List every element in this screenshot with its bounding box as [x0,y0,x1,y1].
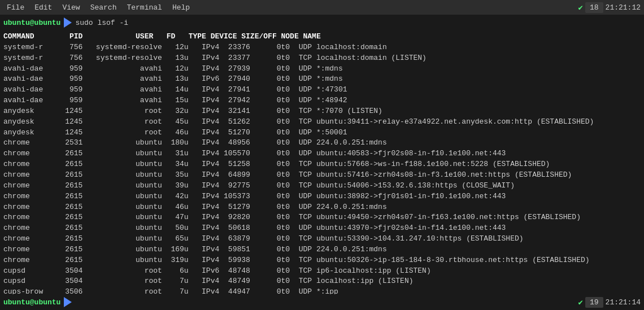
table-row: chrome 2531 ubuntu 180u IPv4 48956 0t0 U… [3,138,641,149]
table-row: cupsd 3504 root 7u IPv4 48749 0t0 TCP lo… [3,276,641,287]
table-row: anydesk 1245 root 45u IPv4 51262 0t0 TCP… [3,117,641,128]
prompt-bar: ubuntu@ubuntu sudo lsof -i [0,15,644,30]
menu-view[interactable]: View [58,2,84,13]
table-row: chrome 2615 ubuntu 39u IPv4 92775 0t0 TC… [3,181,641,191]
terminal-content: COMMAND PID USER FD TYPE DEVICE SIZE/OFF… [0,30,644,309]
table-row: avahi-dae 959 avahi 15u IPv4 27942 0t0 U… [3,95,641,106]
table-row: systemd-r 756 systemd-resolve 12u IPv4 2… [3,42,641,53]
menu-help[interactable]: Help [168,2,194,13]
table-row: chrome 2615 ubuntu 35u IPv4 64899 0t0 TC… [3,170,641,181]
table-row: chrome 2615 ubuntu 169u IPv4 59851 0t0 U… [3,244,641,255]
bottom-bar: ubuntu@ubuntu ✔ 19 21:21:14 [0,294,644,310]
menu-terminal[interactable]: Terminal [122,2,166,13]
table-row: avahi-dae 959 avahi 13u IPv6 27940 0t0 U… [3,74,641,85]
bottom-checkmark-icon: ✔ [578,298,583,307]
arrow-icon [64,18,72,28]
menu-edit[interactable]: Edit [30,2,56,13]
menu-search[interactable]: Search [86,2,121,13]
table-row: chrome 2615 ubuntu 47u IPv4 92820 0t0 TC… [3,212,641,223]
table-row: chrome 2615 ubuntu 319u IPv4 59938 0t0 T… [3,255,641,266]
table-row: chrome 2615 ubuntu 42u IPv4 105373 0t0 U… [3,191,641,202]
table-row: avahi-dae 959 avahi 14u IPv4 27941 0t0 U… [3,85,641,95]
table-row: anydesk 1245 root 46u IPv4 51270 0t0 UDP… [3,128,641,138]
top-tab-time: 21:21:12 [606,3,641,12]
menu-file[interactable]: File [2,2,29,13]
table-row: cupsd 3504 root 6u IPv6 48748 0t0 TCP ip… [3,266,641,277]
bottom-arrow-icon [64,297,72,307]
table-row: chrome 2615 ubuntu 50u IPv4 50618 0t0 UD… [3,223,641,234]
prompt-command: sudo lsof -i [75,19,128,27]
menu-bar: File Edit View Search Terminal Help ✔ 18… [0,0,644,15]
table-row: anydesk 1245 root 32u IPv4 32141 0t0 TCP… [3,106,641,117]
bottom-tab-number[interactable]: 19 [585,297,603,308]
bottom-right-bar: ✔ 19 21:21:14 [578,297,641,308]
top-tab-number[interactable]: 18 [585,2,603,13]
user-host-label: ubuntu@ubuntu [3,19,60,27]
top-right-bar: ✔ 18 21:21:12 [578,0,644,15]
bottom-user-host: ubuntu@ubuntu [3,298,60,307]
table-row: avahi-dae 959 avahi 12u IPv4 27939 0t0 U… [3,64,641,75]
table-row: chrome 2615 ubuntu 65u IPv4 63879 0t0 TC… [3,234,641,244]
bottom-tab-time: 21:21:14 [606,298,641,307]
top-checkmark-icon: ✔ [578,3,583,12]
table-row: chrome 2615 ubuntu 46u IPv4 51279 0t0 UD… [3,202,641,213]
table-row: chrome 2615 ubuntu 31u IPv4 105570 0t0 U… [3,149,641,159]
table-row: chrome 2615 ubuntu 34u IPv4 51258 0t0 TC… [3,159,641,170]
header-line: COMMAND PID USER FD TYPE DEVICE SIZE/OFF… [3,32,641,42]
table-row: systemd-r 756 systemd-resolve 13u IPv4 2… [3,53,641,64]
